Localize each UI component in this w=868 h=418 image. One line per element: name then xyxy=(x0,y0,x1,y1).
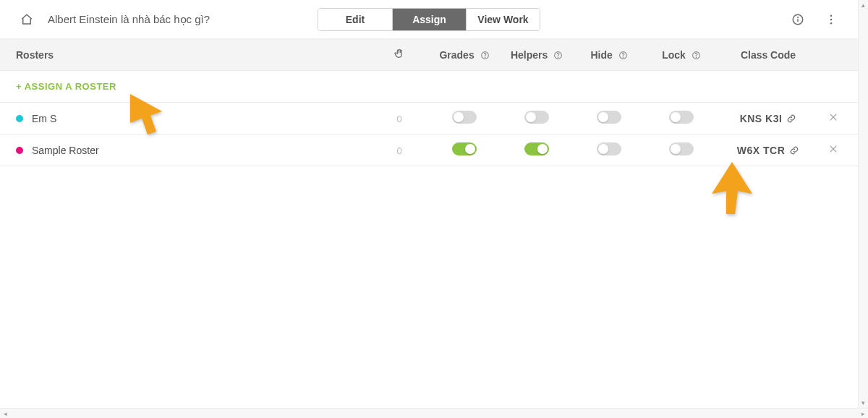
help-icon[interactable] xyxy=(553,51,563,60)
scroll-left-icon[interactable]: ◂ xyxy=(0,409,10,418)
assign-roster-button[interactable]: + ASSIGN A ROSTER xyxy=(16,81,116,92)
grades-toggle[interactable] xyxy=(452,111,477,124)
roster-name[interactable]: Em S xyxy=(32,113,56,124)
home-icon[interactable] xyxy=(20,13,33,26)
class-code-text: KNS K3I xyxy=(740,113,783,124)
column-lock: Lock xyxy=(645,49,718,61)
svg-point-7 xyxy=(485,57,485,58)
topbar: Albert Einstein là nhà bác học gì? Edit … xyxy=(0,0,858,39)
column-class-code: Class Code xyxy=(718,49,819,61)
column-drag xyxy=(370,48,428,61)
svg-point-3 xyxy=(830,14,832,16)
class-code[interactable]: W6X TCR xyxy=(737,145,800,156)
svg-point-9 xyxy=(558,57,558,58)
page-title: Albert Einstein là nhà bác học gì? xyxy=(48,13,210,26)
roster-color-dot xyxy=(16,115,23,122)
link-icon xyxy=(786,114,796,124)
vertical-scrollbar[interactable]: ▴ ▾ xyxy=(858,0,868,408)
column-lock-label: Lock xyxy=(662,49,686,61)
annotation-arrow-icon xyxy=(703,159,761,219)
tab-group: Edit Assign View Work xyxy=(318,8,540,31)
scroll-right-icon[interactable]: ▸ xyxy=(858,409,868,418)
help-icon[interactable] xyxy=(692,51,701,60)
class-code-text: W6X TCR xyxy=(737,145,786,156)
column-hide-label: Hide xyxy=(590,49,612,61)
kebab-menu-icon[interactable] xyxy=(825,13,838,26)
svg-point-4 xyxy=(830,18,832,20)
lock-toggle[interactable] xyxy=(669,142,694,155)
svg-point-13 xyxy=(696,57,697,58)
help-icon[interactable] xyxy=(480,51,490,60)
help-icon[interactable] xyxy=(618,51,628,60)
column-grades: Grades xyxy=(428,49,501,61)
column-header-row: Rosters Grades Helpers Hide Lock Class C… xyxy=(0,39,858,71)
class-code[interactable]: KNS K3I xyxy=(740,113,797,124)
assign-roster-row: + ASSIGN A ROSTER xyxy=(0,71,858,103)
lock-toggle[interactable] xyxy=(669,111,694,124)
helpers-toggle[interactable] xyxy=(524,111,549,124)
hide-toggle[interactable] xyxy=(597,142,621,155)
info-icon[interactable] xyxy=(791,13,804,26)
roster-row: Em S 0 KNS K3I xyxy=(0,103,858,135)
column-helpers-label: Helpers xyxy=(511,49,548,61)
helpers-toggle[interactable] xyxy=(524,142,549,155)
column-grades-label: Grades xyxy=(439,49,474,61)
grades-toggle[interactable] xyxy=(452,142,477,155)
scroll-up-icon[interactable]: ▴ xyxy=(859,0,868,10)
column-helpers: Helpers xyxy=(501,49,573,61)
svg-point-5 xyxy=(830,22,832,24)
svg-point-2 xyxy=(798,17,799,17)
column-rosters: Rosters xyxy=(16,49,370,61)
roster-color-dot xyxy=(16,147,23,154)
roster-row: Sample Roster 0 W6X TCR xyxy=(0,135,858,166)
scroll-down-icon[interactable]: ▾ xyxy=(859,398,868,408)
horizontal-scrollbar[interactable]: ◂ ▸ xyxy=(0,408,868,418)
remove-roster-button[interactable] xyxy=(828,144,838,154)
roster-count: 0 xyxy=(393,145,406,156)
roster-count: 0 xyxy=(393,114,406,124)
hide-toggle[interactable] xyxy=(597,111,621,124)
tab-view-work[interactable]: View Work xyxy=(466,9,540,30)
svg-point-11 xyxy=(623,57,624,58)
tab-assign[interactable]: Assign xyxy=(392,9,466,30)
link-icon xyxy=(789,145,799,155)
column-hide: Hide xyxy=(573,49,645,61)
tab-edit[interactable]: Edit xyxy=(318,9,392,30)
roster-name[interactable]: Sample Roster xyxy=(32,145,99,156)
remove-roster-button[interactable] xyxy=(828,112,838,122)
